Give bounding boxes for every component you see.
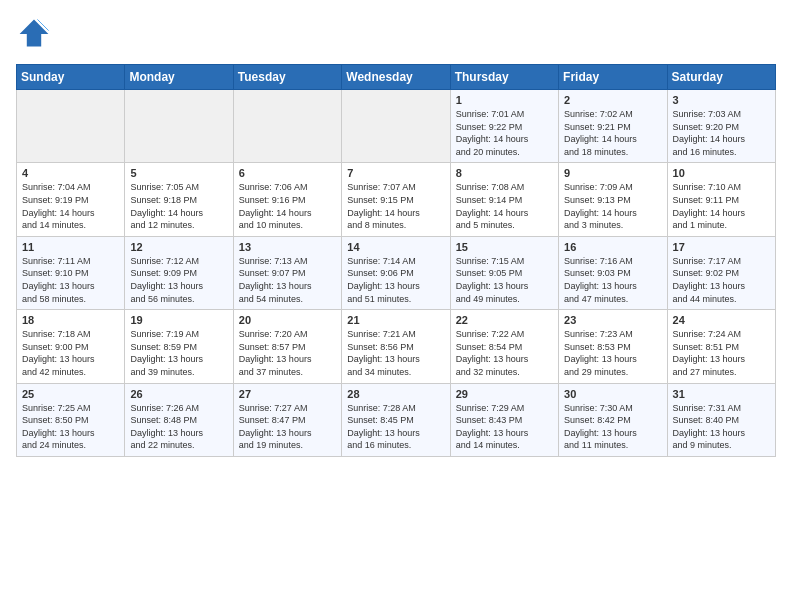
day-info: Sunrise: 7:09 AM Sunset: 9:13 PM Dayligh… <box>564 181 661 231</box>
calendar-day: 5Sunrise: 7:05 AM Sunset: 9:18 PM Daylig… <box>125 163 233 236</box>
logo <box>16 16 56 52</box>
calendar-week-5: 25Sunrise: 7:25 AM Sunset: 8:50 PM Dayli… <box>17 383 776 456</box>
day-info: Sunrise: 7:01 AM Sunset: 9:22 PM Dayligh… <box>456 108 553 158</box>
day-number: 20 <box>239 314 336 326</box>
calendar-day: 26Sunrise: 7:26 AM Sunset: 8:48 PM Dayli… <box>125 383 233 456</box>
day-header-saturday: Saturday <box>667 65 775 90</box>
day-number: 25 <box>22 388 119 400</box>
day-number: 29 <box>456 388 553 400</box>
day-info: Sunrise: 7:25 AM Sunset: 8:50 PM Dayligh… <box>22 402 119 452</box>
day-info: Sunrise: 7:03 AM Sunset: 9:20 PM Dayligh… <box>673 108 770 158</box>
calendar-day: 6Sunrise: 7:06 AM Sunset: 9:16 PM Daylig… <box>233 163 341 236</box>
day-number: 2 <box>564 94 661 106</box>
svg-marker-0 <box>20 20 49 47</box>
day-number: 30 <box>564 388 661 400</box>
calendar-day: 11Sunrise: 7:11 AM Sunset: 9:10 PM Dayli… <box>17 236 125 309</box>
day-header-friday: Friday <box>559 65 667 90</box>
page-header <box>16 16 776 52</box>
day-info: Sunrise: 7:10 AM Sunset: 9:11 PM Dayligh… <box>673 181 770 231</box>
calendar-day: 31Sunrise: 7:31 AM Sunset: 8:40 PM Dayli… <box>667 383 775 456</box>
calendar-day: 3Sunrise: 7:03 AM Sunset: 9:20 PM Daylig… <box>667 90 775 163</box>
calendar-day: 16Sunrise: 7:16 AM Sunset: 9:03 PM Dayli… <box>559 236 667 309</box>
calendar-day <box>342 90 450 163</box>
day-number: 21 <box>347 314 444 326</box>
day-number: 8 <box>456 167 553 179</box>
day-number: 7 <box>347 167 444 179</box>
day-info: Sunrise: 7:19 AM Sunset: 8:59 PM Dayligh… <box>130 328 227 378</box>
calendar-day <box>125 90 233 163</box>
day-number: 9 <box>564 167 661 179</box>
calendar-day: 23Sunrise: 7:23 AM Sunset: 8:53 PM Dayli… <box>559 310 667 383</box>
day-info: Sunrise: 7:11 AM Sunset: 9:10 PM Dayligh… <box>22 255 119 305</box>
day-header-thursday: Thursday <box>450 65 558 90</box>
calendar-day <box>17 90 125 163</box>
day-number: 22 <box>456 314 553 326</box>
day-info: Sunrise: 7:13 AM Sunset: 9:07 PM Dayligh… <box>239 255 336 305</box>
calendar-day: 7Sunrise: 7:07 AM Sunset: 9:15 PM Daylig… <box>342 163 450 236</box>
day-number: 26 <box>130 388 227 400</box>
day-info: Sunrise: 7:31 AM Sunset: 8:40 PM Dayligh… <box>673 402 770 452</box>
calendar-day: 1Sunrise: 7:01 AM Sunset: 9:22 PM Daylig… <box>450 90 558 163</box>
day-info: Sunrise: 7:24 AM Sunset: 8:51 PM Dayligh… <box>673 328 770 378</box>
calendar-day: 20Sunrise: 7:20 AM Sunset: 8:57 PM Dayli… <box>233 310 341 383</box>
day-number: 17 <box>673 241 770 253</box>
day-info: Sunrise: 7:14 AM Sunset: 9:06 PM Dayligh… <box>347 255 444 305</box>
calendar-day: 12Sunrise: 7:12 AM Sunset: 9:09 PM Dayli… <box>125 236 233 309</box>
day-number: 18 <box>22 314 119 326</box>
day-info: Sunrise: 7:05 AM Sunset: 9:18 PM Dayligh… <box>130 181 227 231</box>
day-number: 1 <box>456 94 553 106</box>
day-number: 24 <box>673 314 770 326</box>
day-header-wednesday: Wednesday <box>342 65 450 90</box>
calendar-day: 25Sunrise: 7:25 AM Sunset: 8:50 PM Dayli… <box>17 383 125 456</box>
day-number: 23 <box>564 314 661 326</box>
day-info: Sunrise: 7:22 AM Sunset: 8:54 PM Dayligh… <box>456 328 553 378</box>
calendar-day <box>233 90 341 163</box>
calendar-day: 15Sunrise: 7:15 AM Sunset: 9:05 PM Dayli… <box>450 236 558 309</box>
day-number: 3 <box>673 94 770 106</box>
calendar-day: 9Sunrise: 7:09 AM Sunset: 9:13 PM Daylig… <box>559 163 667 236</box>
day-number: 15 <box>456 241 553 253</box>
day-info: Sunrise: 7:20 AM Sunset: 8:57 PM Dayligh… <box>239 328 336 378</box>
calendar-day: 30Sunrise: 7:30 AM Sunset: 8:42 PM Dayli… <box>559 383 667 456</box>
day-number: 19 <box>130 314 227 326</box>
day-header-sunday: Sunday <box>17 65 125 90</box>
day-info: Sunrise: 7:28 AM Sunset: 8:45 PM Dayligh… <box>347 402 444 452</box>
day-number: 14 <box>347 241 444 253</box>
calendar-week-3: 11Sunrise: 7:11 AM Sunset: 9:10 PM Dayli… <box>17 236 776 309</box>
day-number: 28 <box>347 388 444 400</box>
calendar-day: 8Sunrise: 7:08 AM Sunset: 9:14 PM Daylig… <box>450 163 558 236</box>
day-header-tuesday: Tuesday <box>233 65 341 90</box>
day-info: Sunrise: 7:26 AM Sunset: 8:48 PM Dayligh… <box>130 402 227 452</box>
calendar-day: 18Sunrise: 7:18 AM Sunset: 9:00 PM Dayli… <box>17 310 125 383</box>
day-info: Sunrise: 7:29 AM Sunset: 8:43 PM Dayligh… <box>456 402 553 452</box>
calendar-day: 14Sunrise: 7:14 AM Sunset: 9:06 PM Dayli… <box>342 236 450 309</box>
day-info: Sunrise: 7:15 AM Sunset: 9:05 PM Dayligh… <box>456 255 553 305</box>
calendar-day: 24Sunrise: 7:24 AM Sunset: 8:51 PM Dayli… <box>667 310 775 383</box>
day-number: 6 <box>239 167 336 179</box>
day-info: Sunrise: 7:27 AM Sunset: 8:47 PM Dayligh… <box>239 402 336 452</box>
calendar-day: 21Sunrise: 7:21 AM Sunset: 8:56 PM Dayli… <box>342 310 450 383</box>
day-number: 31 <box>673 388 770 400</box>
calendar-day: 22Sunrise: 7:22 AM Sunset: 8:54 PM Dayli… <box>450 310 558 383</box>
day-info: Sunrise: 7:21 AM Sunset: 8:56 PM Dayligh… <box>347 328 444 378</box>
day-info: Sunrise: 7:30 AM Sunset: 8:42 PM Dayligh… <box>564 402 661 452</box>
day-number: 4 <box>22 167 119 179</box>
calendar-day: 4Sunrise: 7:04 AM Sunset: 9:19 PM Daylig… <box>17 163 125 236</box>
calendar-day: 10Sunrise: 7:10 AM Sunset: 9:11 PM Dayli… <box>667 163 775 236</box>
calendar-day: 28Sunrise: 7:28 AM Sunset: 8:45 PM Dayli… <box>342 383 450 456</box>
day-info: Sunrise: 7:06 AM Sunset: 9:16 PM Dayligh… <box>239 181 336 231</box>
day-info: Sunrise: 7:07 AM Sunset: 9:15 PM Dayligh… <box>347 181 444 231</box>
day-info: Sunrise: 7:02 AM Sunset: 9:21 PM Dayligh… <box>564 108 661 158</box>
day-info: Sunrise: 7:08 AM Sunset: 9:14 PM Dayligh… <box>456 181 553 231</box>
day-header-monday: Monday <box>125 65 233 90</box>
calendar-table: SundayMondayTuesdayWednesdayThursdayFrid… <box>16 64 776 457</box>
logo-icon <box>16 16 52 52</box>
calendar-day: 19Sunrise: 7:19 AM Sunset: 8:59 PM Dayli… <box>125 310 233 383</box>
calendar-week-4: 18Sunrise: 7:18 AM Sunset: 9:00 PM Dayli… <box>17 310 776 383</box>
calendar-header-row: SundayMondayTuesdayWednesdayThursdayFrid… <box>17 65 776 90</box>
day-number: 12 <box>130 241 227 253</box>
day-info: Sunrise: 7:16 AM Sunset: 9:03 PM Dayligh… <box>564 255 661 305</box>
calendar-day: 17Sunrise: 7:17 AM Sunset: 9:02 PM Dayli… <box>667 236 775 309</box>
day-number: 5 <box>130 167 227 179</box>
calendar-week-1: 1Sunrise: 7:01 AM Sunset: 9:22 PM Daylig… <box>17 90 776 163</box>
